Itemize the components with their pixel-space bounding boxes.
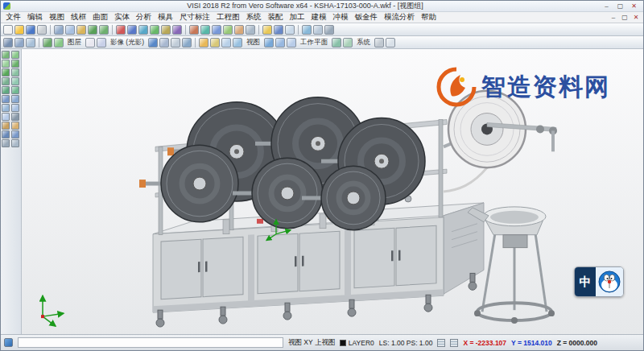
layer-name[interactable]: LAYER0 [349, 339, 374, 347]
menu-item-钣金件[interactable]: 钣金件 [352, 12, 382, 23]
grid-snap-icon[interactable] [2, 77, 10, 85]
system-settings-icon[interactable] [374, 38, 384, 47]
pan-icon[interactable] [221, 38, 231, 47]
shell-icon[interactable] [223, 25, 233, 35]
menu-item-线框[interactable]: 线框 [68, 12, 89, 23]
iso-view-icon[interactable] [264, 38, 274, 47]
measure-icon[interactable] [262, 25, 272, 35]
layer-indicator[interactable]: LAYER0 [340, 339, 374, 347]
workplane-icon[interactable] [332, 38, 341, 47]
snap-point-icon[interactable] [11, 51, 19, 59]
copy-icon[interactable] [65, 25, 75, 35]
select-icon[interactable] [3, 38, 13, 47]
menu-item-视图[interactable]: 视图 [46, 12, 68, 23]
perspective-icon[interactable] [182, 38, 192, 47]
workplane-set-icon[interactable] [343, 38, 353, 47]
wcs-icon[interactable] [2, 86, 10, 94]
properties-icon[interactable] [313, 25, 323, 35]
status-prompt-icon[interactable] [4, 338, 13, 347]
new-file-icon[interactable] [3, 25, 13, 35]
undo-icon[interactable] [88, 25, 97, 35]
doc-minimize-button[interactable]: – [608, 13, 619, 22]
menu-item-尺寸标注[interactable]: 尺寸标注 [176, 12, 213, 23]
close-button[interactable]: ✕ [627, 2, 641, 11]
polyline-icon[interactable] [172, 25, 182, 35]
doc-restore-button[interactable]: ▢ [619, 13, 630, 22]
chamfer-icon[interactable] [246, 25, 255, 35]
extrude-icon[interactable] [189, 25, 199, 35]
cut-icon[interactable] [54, 25, 64, 35]
minimize-button[interactable]: – [600, 2, 613, 11]
layer-icon[interactable] [302, 25, 312, 35]
isolate-icon[interactable] [2, 122, 10, 130]
menu-item-工程图[interactable]: 工程图 [213, 12, 243, 23]
select-window-icon[interactable] [14, 38, 24, 47]
menu-item-模具[interactable]: 模具 [155, 12, 176, 23]
supply-reel[interactable] [444, 91, 557, 192]
view-pan-icon[interactable] [11, 95, 19, 103]
view-zoom-icon[interactable] [2, 104, 10, 112]
grid-toggle-icon[interactable] [450, 339, 458, 347]
menu-item-曲面[interactable]: 曲面 [89, 12, 111, 23]
shaded-view-icon[interactable] [148, 38, 158, 47]
save-icon[interactable] [26, 25, 35, 35]
snap-midpoint-icon[interactable] [2, 60, 10, 68]
help-icon[interactable] [386, 38, 395, 47]
top-view-icon[interactable] [275, 38, 285, 47]
redo-icon[interactable] [99, 25, 109, 35]
menu-item-帮助[interactable]: 帮助 [418, 12, 440, 23]
doc-close-button[interactable]: ✕ [630, 13, 642, 22]
menu-item-系统[interactable]: 系统 [243, 12, 265, 23]
snap-center-icon[interactable] [11, 60, 19, 68]
blank-element-icon[interactable] [54, 38, 64, 47]
fillet-icon[interactable] [234, 25, 244, 35]
redraw-icon[interactable] [2, 113, 10, 121]
machine-3d-model[interactable] [22, 49, 643, 334]
rotate-view-icon[interactable] [233, 38, 242, 47]
status-view-info[interactable]: 视图 XY 上视图 [288, 338, 335, 348]
paste-icon[interactable] [76, 25, 86, 35]
attribute-icon[interactable] [2, 139, 10, 147]
scale-indicator[interactable]: LS: 1.00 PS: 1.00 [379, 339, 433, 347]
front-view-icon[interactable] [287, 38, 296, 47]
snap-intersection-icon[interactable] [2, 68, 10, 76]
print-icon[interactable] [37, 25, 47, 35]
annotation-icon[interactable] [285, 25, 295, 35]
revolve-icon[interactable] [200, 25, 210, 35]
zoom-window-icon[interactable] [210, 38, 220, 47]
layer-visibility-icon[interactable] [97, 38, 106, 47]
menu-item-编辑[interactable]: 编辑 [24, 12, 46, 23]
menu-item-实体[interactable]: 实体 [111, 12, 133, 23]
snap-toggle-icon[interactable] [437, 339, 445, 347]
material-reel-disc[interactable] [139, 145, 238, 221]
group-icon[interactable] [2, 130, 10, 138]
menu-item-文件[interactable]: 文件 [2, 12, 24, 23]
line-icon[interactable] [127, 25, 137, 35]
rectangle-icon[interactable] [161, 25, 171, 35]
select-filter-icon[interactable] [2, 51, 10, 59]
command-prompt-field[interactable] [18, 337, 283, 348]
snap-endpoint-icon[interactable] [11, 68, 19, 76]
menu-item-加工[interactable]: 加工 [287, 12, 308, 23]
hidden-line-icon[interactable] [171, 38, 180, 47]
circle-icon[interactable] [138, 25, 148, 35]
menu-item-冲模[interactable]: 冲模 [330, 12, 352, 23]
refresh-icon[interactable] [11, 113, 19, 121]
arc-icon[interactable] [150, 25, 159, 35]
ucs-icon[interactable] [11, 86, 19, 94]
menu-item-装配[interactable]: 装配 [265, 12, 287, 23]
info-icon[interactable] [11, 139, 19, 147]
menu-item-分析[interactable]: 分析 [133, 12, 155, 23]
maximize-button[interactable]: ▢ [613, 2, 627, 11]
3d-viewport[interactable]: 智造资料网 中 [22, 49, 643, 334]
sweep-icon[interactable] [212, 25, 221, 35]
point-icon[interactable] [116, 25, 126, 35]
wireframe-view-icon[interactable] [159, 38, 169, 47]
ortho-mode-icon[interactable] [11, 77, 19, 85]
hide-show-icon[interactable] [43, 38, 52, 47]
menu-item-建模[interactable]: 建模 [308, 12, 330, 23]
dimension-icon[interactable] [274, 25, 283, 35]
mask-icon[interactable] [11, 122, 19, 130]
cabinet-front-doors[interactable] [153, 217, 444, 312]
view-rotate-icon[interactable] [2, 95, 10, 103]
